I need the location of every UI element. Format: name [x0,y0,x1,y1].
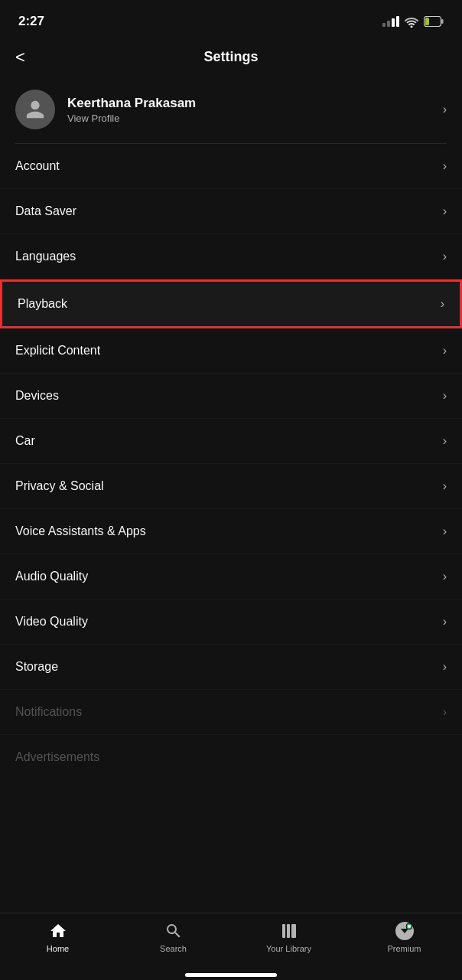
header: < Settings [0,38,462,76]
profile-chevron: › [443,103,447,116]
settings-label: Account [15,159,60,173]
nav-item-premium[interactable]: Premium [346,921,462,953]
premium-nav-label: Premium [387,944,421,953]
home-nav-label: Home [47,944,69,953]
settings-label: Explicit Content [15,344,100,358]
settings-chevron: › [443,660,447,674]
settings-label: Video Quality [15,615,88,629]
search-nav-label: Search [160,944,187,953]
svg-rect-1 [441,19,444,24]
status-bar: 2:27 [0,0,462,38]
battery-icon [424,16,444,27]
settings-label: Audio Quality [15,570,88,583]
status-icons [382,16,444,28]
library-icon [279,921,299,941]
settings-label: Data Saver [15,204,76,218]
library-nav-label: Your Library [266,944,311,953]
wifi-icon [404,16,419,28]
status-time: 2:27 [18,14,44,29]
nav-item-search[interactable]: Search [116,921,231,953]
premium-icon [395,921,415,941]
settings-chevron: › [441,297,444,311]
settings-row-privacy--social[interactable]: Privacy & Social› [0,464,462,509]
settings-row-data-saver[interactable]: Data Saver› [0,189,462,234]
settings-label: Privacy & Social [15,479,104,493]
settings-chevron: › [443,479,447,493]
profile-name: Keerthana Prakasam [67,96,443,111]
settings-label: Notifications [15,705,82,719]
svg-point-8 [408,925,411,928]
signal-icon [382,16,399,27]
settings-row-explicit-content[interactable]: Explicit Content› [0,328,462,374]
settings-chevron: › [443,204,447,218]
profile-row[interactable]: Keerthana Prakasam View Profile › [0,76,462,143]
settings-label: Car [15,434,35,448]
settings-label: Devices [15,389,59,403]
settings-chevron: › [443,570,447,583]
nav-item-library[interactable]: Your Library [231,921,346,953]
settings-label: Voice Assistants & Apps [15,524,146,538]
home-icon [48,921,68,941]
settings-chevron: › [443,389,447,403]
page-title: Settings [203,49,258,65]
settings-chevron: › [443,159,447,173]
back-button[interactable]: < [15,49,25,66]
settings-row-storage[interactable]: Storage› [0,645,462,690]
settings-row-devices[interactable]: Devices› [0,374,462,419]
settings-row-audio-quality[interactable]: Audio Quality› [0,554,462,599]
settings-chevron: › [443,524,447,538]
profile-info: Keerthana Prakasam View Profile [67,96,443,124]
search-icon [164,921,184,941]
settings-row-languages[interactable]: Languages› [0,234,462,279]
settings-chevron: › [443,344,447,358]
settings-label: Languages [15,250,76,263]
bottom-nav: Home Search Your Library [0,913,462,969]
settings-row-voice-assistants--apps[interactable]: Voice Assistants & Apps› [0,509,462,554]
svg-rect-5 [291,924,296,938]
view-profile-label: View Profile [67,113,443,124]
settings-row-car[interactable]: Car› [0,419,462,464]
nav-item-home[interactable]: Home [0,921,116,953]
svg-rect-3 [282,924,285,938]
avatar [15,90,55,129]
settings-chevron: › [443,434,447,448]
settings-chevron: › [443,705,447,719]
advertisements-partial: Advertisements [0,735,462,770]
settings-row-notifications[interactable]: Notifications› [0,690,462,735]
home-indicator [0,969,462,980]
settings-chevron: › [443,250,447,263]
svg-rect-2 [425,18,429,25]
settings-label: Storage [15,660,58,674]
svg-rect-4 [287,924,290,938]
settings-row-video-quality[interactable]: Video Quality› [0,599,462,645]
settings-chevron: › [443,615,447,629]
settings-row-account[interactable]: Account› [0,144,462,189]
settings-list: Account›Data Saver›Languages›Playback›Ex… [0,144,462,735]
settings-row-playback[interactable]: Playback› [0,279,462,328]
home-indicator-bar [185,973,277,977]
settings-label: Playback [18,297,67,311]
